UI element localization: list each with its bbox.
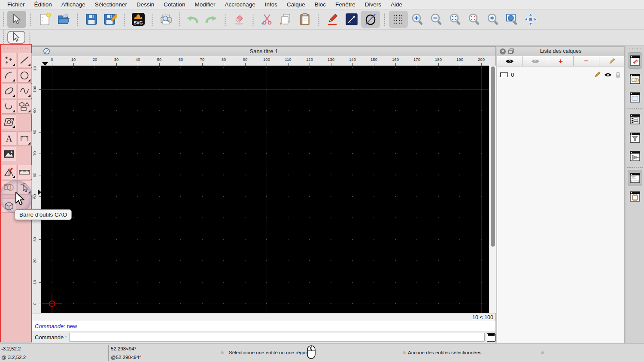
vertical-ruler: 0102030405060708090100110 — [32, 66, 41, 313]
pan-button[interactable] — [521, 11, 540, 28]
point-tool-button[interactable] — [2, 53, 16, 67]
draw-modify-tool-button[interactable] — [2, 165, 16, 179]
menu-item-cotation[interactable]: Cotation — [159, 0, 190, 9]
draft-mode-button[interactable] — [361, 11, 380, 28]
menu-item-affichage[interactable]: Affichage — [57, 0, 90, 9]
toolbar-drag-handle[interactable] — [179, 12, 180, 27]
image-tool-button[interactable] — [2, 147, 16, 161]
layer-edit-pencil-icon[interactable] — [594, 71, 601, 78]
cut-button[interactable]: + — [258, 11, 276, 28]
dock-separator — [627, 108, 643, 109]
selection-filter-panel-button[interactable] — [628, 130, 642, 146]
add-layer-button[interactable]: + — [548, 56, 574, 66]
menu-item-modifier[interactable]: Modifier — [190, 0, 220, 9]
h-ruler-label: 120 — [306, 57, 313, 62]
svg-text:+: + — [279, 21, 282, 26]
layer-list-panel-button[interactable] — [628, 52, 642, 69]
open-file-button[interactable] — [54, 11, 73, 28]
zoom-previous-button[interactable] — [465, 11, 483, 28]
pen-attributes-button[interactable] — [323, 11, 342, 28]
layer-visibility-eye-icon[interactable] — [604, 72, 612, 77]
zoom-in-button[interactable] — [408, 11, 427, 28]
v-ruler-label: 110 — [32, 66, 36, 74]
zoom-auto-button[interactable] — [446, 11, 465, 28]
selection-pointer-button[interactable] — [7, 11, 26, 28]
vertical-scrollbar-thumb[interactable] — [491, 66, 495, 247]
erase-button[interactable] — [230, 11, 249, 28]
dimension-tool-button[interactable] — [17, 131, 32, 146]
menu-item-fichier[interactable]: Fichier — [3, 0, 30, 9]
right-dock-toolbar — [626, 45, 644, 343]
layer-row[interactable]: 0 — [497, 70, 624, 79]
menu-item-fenetre[interactable]: Fenêtre — [331, 0, 360, 9]
hide-all-layers-button[interactable] — [522, 56, 548, 66]
svg-export-button[interactable]: SVG — [129, 11, 148, 28]
undo-button[interactable] — [183, 11, 202, 28]
new-document-icon — [38, 12, 51, 26]
library-browser-panel-button[interactable] — [628, 89, 642, 106]
command-line-panel-button[interactable] — [628, 170, 642, 186]
menu-item-dessin[interactable]: Dessin — [132, 0, 159, 9]
measure-ruler-icon — [18, 168, 30, 176]
copy-button[interactable]: + — [276, 11, 295, 28]
print-preview-button[interactable] — [157, 11, 176, 28]
h-ruler-label: 10 — [71, 57, 76, 62]
save-button[interactable] — [82, 11, 101, 28]
zoom-out-button[interactable] — [427, 11, 446, 28]
zoom-back-icon — [486, 13, 499, 26]
svg-text:+: + — [261, 21, 264, 26]
toolbar-drag-handle[interactable] — [3, 12, 4, 27]
menu-item-aide[interactable]: Aide — [386, 0, 407, 9]
print-preview-icon — [159, 13, 173, 26]
menu-item-infos[interactable]: Infos — [260, 0, 282, 9]
show-all-layers-button[interactable] — [497, 56, 522, 66]
measure-tool-button[interactable] — [17, 165, 32, 179]
arc-tool-button[interactable] — [2, 68, 16, 83]
menu-item-calque[interactable]: Calque — [282, 0, 310, 9]
ellipse-tool-button[interactable] — [2, 84, 16, 98]
zoom-window-button[interactable] — [502, 11, 521, 28]
selection-pointer-button-2[interactable] — [7, 31, 25, 44]
open-folder-icon — [57, 13, 70, 26]
redo-button[interactable] — [202, 11, 221, 28]
grid-toggle-button[interactable] — [389, 11, 408, 28]
property-editor-panel-button[interactable] — [628, 111, 642, 127]
clipboard-panel-button[interactable] — [628, 188, 642, 205]
command-input[interactable] — [69, 333, 485, 342]
menu-item-selectionner[interactable]: Sélectionner — [90, 0, 132, 9]
layer-color-swatch[interactable] — [500, 72, 508, 77]
menu-item-accrochage[interactable]: Accrochage — [220, 0, 260, 9]
toolbar-separator — [30, 13, 31, 26]
vertical-scrollbar[interactable] — [489, 66, 496, 313]
remove-layer-button[interactable]: − — [574, 56, 599, 66]
save-as-icon — [103, 13, 117, 26]
viewports-panel-button[interactable] — [628, 148, 642, 164]
text-tool-button[interactable]: A — [2, 131, 16, 146]
menu-item-edition[interactable]: Édition — [30, 0, 57, 9]
polygon-tool-button[interactable] — [17, 99, 32, 114]
save-as-button[interactable] — [101, 11, 120, 28]
command-window-toggle-icon[interactable] — [487, 333, 495, 342]
menu-item-divers[interactable]: Divers — [360, 0, 386, 9]
circle-tool-button[interactable] — [17, 68, 32, 83]
polyline-tool-button[interactable] — [2, 99, 16, 114]
toolbar-drag-handle[interactable] — [3, 30, 4, 45]
line-attributes-button[interactable] — [342, 11, 361, 28]
new-document-button[interactable] — [35, 11, 54, 28]
drawing-canvas[interactable] — [41, 66, 489, 313]
v-ruler-label: 0 — [32, 297, 36, 310]
spline-tool-button[interactable] — [17, 84, 32, 98]
menu-item-bloc[interactable]: Bloc — [310, 0, 331, 9]
zoom-back-button[interactable] — [483, 11, 502, 28]
hatch-tool-button[interactable] — [2, 115, 16, 129]
layer-panel-titlebar[interactable]: × Liste des calques — [497, 47, 624, 56]
block-list-panel-button[interactable] — [628, 71, 642, 87]
layer-lock-icon[interactable] — [615, 72, 621, 78]
toolbar-drag-handle[interactable] — [3, 47, 29, 49]
toolbar-drag-handle[interactable] — [629, 48, 641, 50]
command-line-panel-icon — [629, 172, 641, 184]
line-tool-button[interactable] — [17, 53, 32, 67]
edit-layer-button[interactable] — [599, 56, 624, 66]
paste-button[interactable] — [295, 11, 314, 28]
document-titlebar[interactable]: Sans titre 1 — [32, 47, 495, 56]
